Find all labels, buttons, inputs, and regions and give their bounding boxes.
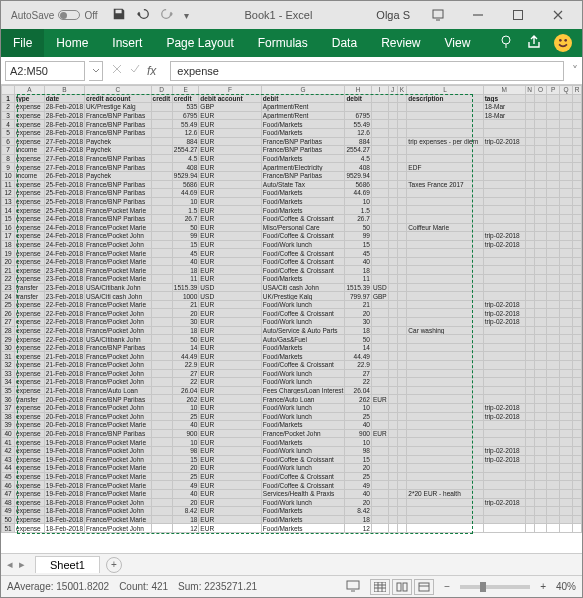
cell[interactable]: Food/Work lunch: [261, 498, 345, 507]
cell[interactable]: [397, 197, 407, 206]
table-row[interactable]: 9expense27-Feb-2018France/BNP Paribas408…: [2, 163, 582, 172]
cell[interactable]: [151, 498, 172, 507]
sheet-tab[interactable]: Sheet1: [35, 556, 100, 573]
cell[interactable]: [397, 214, 407, 223]
cell[interactable]: [388, 292, 397, 301]
cell[interactable]: [371, 120, 388, 129]
cell[interactable]: France/BNP Paribas: [85, 163, 151, 172]
cell[interactable]: France/Pocket Marie: [85, 481, 151, 490]
cell[interactable]: trip-02-2018: [483, 318, 525, 327]
cell[interactable]: [547, 128, 560, 137]
cell[interactable]: [388, 335, 397, 344]
cell[interactable]: expense: [15, 455, 45, 464]
cell[interactable]: EUR: [199, 214, 261, 223]
col-header[interactable]: G: [261, 86, 345, 95]
cell[interactable]: [573, 326, 582, 335]
cell[interactable]: 24-Feb-2018: [44, 240, 84, 249]
cell[interactable]: [547, 318, 560, 327]
cell[interactable]: 4.5: [345, 154, 372, 163]
cell[interactable]: [407, 446, 483, 455]
cell[interactable]: EUR: [199, 489, 261, 498]
cell[interactable]: [534, 326, 547, 335]
table-row[interactable]: 46expense19-Feb-2018France/Pocket Marie4…: [2, 481, 582, 490]
cell[interactable]: [573, 309, 582, 318]
cell[interactable]: [371, 103, 388, 112]
table-row[interactable]: 5expense28-Feb-2018France/BNP Paribas12.…: [2, 128, 582, 137]
row-header[interactable]: 31: [2, 352, 15, 361]
cell[interactable]: [573, 257, 582, 266]
cell[interactable]: EUR: [199, 223, 261, 232]
cell[interactable]: [388, 232, 397, 241]
cell[interactable]: France/BNP Paribas: [85, 189, 151, 198]
row-header[interactable]: 21: [2, 266, 15, 275]
cell[interactable]: [407, 103, 483, 112]
cell[interactable]: EUR: [199, 240, 261, 249]
row-header[interactable]: 45: [2, 472, 15, 481]
cell[interactable]: France/Pocket Marie: [85, 464, 151, 473]
cell[interactable]: EUR: [199, 266, 261, 275]
cell[interactable]: Food/Markets: [261, 421, 345, 430]
cell[interactable]: EUR: [199, 429, 261, 438]
cell[interactable]: 21-Feb-2018: [44, 386, 84, 395]
cell[interactable]: Food/Work lunch: [261, 412, 345, 421]
cell[interactable]: [547, 395, 560, 404]
row-header[interactable]: 35: [2, 386, 15, 395]
row-header[interactable]: 32: [2, 361, 15, 370]
cell[interactable]: trip-02-2018: [483, 240, 525, 249]
cell[interactable]: [525, 318, 534, 327]
cell[interactable]: expense: [15, 412, 45, 421]
cell[interactable]: expense: [15, 386, 45, 395]
cell[interactable]: France/BNP Paribas: [85, 120, 151, 129]
cell[interactable]: [371, 180, 388, 189]
cell[interactable]: [371, 326, 388, 335]
cell[interactable]: Taxes France 2017: [407, 180, 483, 189]
cell[interactable]: expense: [15, 197, 45, 206]
cell[interactable]: [371, 446, 388, 455]
close-icon[interactable]: [538, 1, 578, 29]
cell[interactable]: [560, 369, 573, 378]
row-header[interactable]: 28: [2, 326, 15, 335]
cell[interactable]: 5686: [345, 180, 372, 189]
cell[interactable]: [534, 507, 547, 516]
cell[interactable]: [525, 128, 534, 137]
cell[interactable]: 28-Feb-2018: [44, 120, 84, 129]
row-header[interactable]: 40: [2, 429, 15, 438]
cell[interactable]: expense: [15, 120, 45, 129]
cell[interactable]: EUR: [199, 464, 261, 473]
cell[interactable]: 18-Feb-2018: [44, 524, 84, 533]
cell[interactable]: [388, 206, 397, 215]
cell[interactable]: 26.04: [172, 386, 199, 395]
cell[interactable]: [388, 318, 397, 327]
cell[interactable]: [407, 232, 483, 241]
cell[interactable]: [573, 94, 582, 103]
cell[interactable]: [151, 386, 172, 395]
cell[interactable]: [573, 137, 582, 146]
row-header[interactable]: 9: [2, 163, 15, 172]
cell[interactable]: EUR: [199, 455, 261, 464]
row-header[interactable]: 2: [2, 103, 15, 112]
cell[interactable]: [573, 446, 582, 455]
cell[interactable]: 27: [172, 369, 199, 378]
cell[interactable]: [483, 524, 525, 533]
cell[interactable]: [388, 352, 397, 361]
table-row[interactable]: 48expense18-Feb-2018France/Pocket John20…: [2, 498, 582, 507]
cell[interactable]: 26.7: [172, 214, 199, 223]
cell[interactable]: [397, 180, 407, 189]
row-header[interactable]: 8: [2, 154, 15, 163]
tab-file[interactable]: File: [1, 29, 44, 57]
cell[interactable]: [407, 498, 483, 507]
cell[interactable]: EUR: [199, 206, 261, 215]
cell[interactable]: 44.69: [172, 189, 199, 198]
cell[interactable]: [397, 481, 407, 490]
cell[interactable]: 4.5: [172, 154, 199, 163]
cell[interactable]: [407, 472, 483, 481]
cell[interactable]: 25-Feb-2018: [44, 197, 84, 206]
cell[interactable]: [525, 283, 534, 292]
cell[interactable]: [151, 335, 172, 344]
cell[interactable]: [483, 326, 525, 335]
cell[interactable]: 9529.94: [345, 171, 372, 180]
cell[interactable]: [525, 146, 534, 155]
cell[interactable]: [397, 524, 407, 533]
cell[interactable]: Food/Markets: [261, 197, 345, 206]
cell[interactable]: 19-Feb-2018: [44, 455, 84, 464]
